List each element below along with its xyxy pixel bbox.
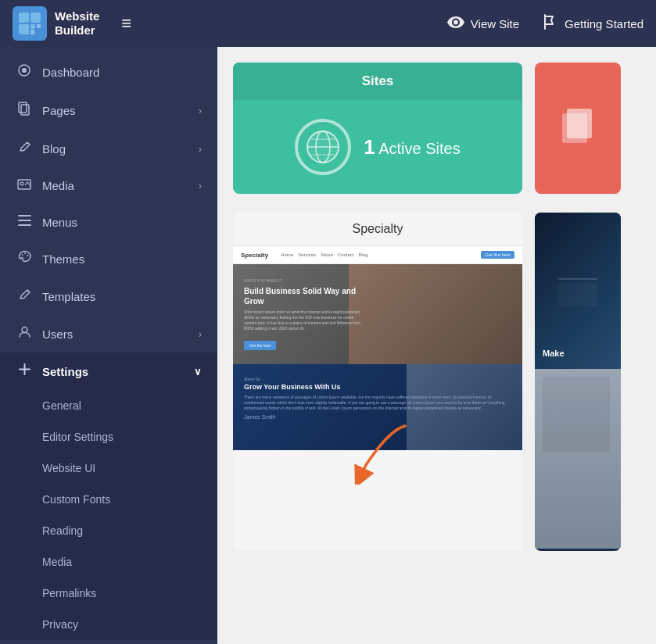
- svg-rect-8: [19, 102, 27, 113]
- pages-stack-icon: [557, 104, 598, 152]
- getting-started-label: Getting Started: [565, 17, 643, 30]
- hamburger-icon[interactable]: ≡: [121, 13, 131, 34]
- main-layout: Dashboard Pages › Blog › Media ›: [0, 47, 656, 644]
- pages-label: Pages: [42, 104, 76, 117]
- blog-label: Blog: [42, 142, 66, 156]
- specialty-template-preview: Specialty HomeServicesAboutContactBlog G…: [233, 246, 522, 551]
- globe-icon: [295, 119, 351, 175]
- website-ui-label: Website UI: [42, 462, 95, 474]
- blog-icon: [16, 140, 33, 157]
- sidebar-item-menus[interactable]: Menus: [0, 204, 217, 240]
- svg-rect-32: [543, 377, 610, 452]
- sidebar-item-users[interactable]: Users ›: [0, 315, 217, 352]
- svg-point-18: [22, 327, 27, 333]
- sites-card-body: 1 Active Sites: [233, 100, 522, 194]
- svg-point-17: [27, 255, 28, 256]
- svg-rect-10: [18, 180, 30, 189]
- sidebar-item-media[interactable]: Media ›: [0, 167, 217, 204]
- users-label: Users: [42, 327, 73, 341]
- settings-subitem-reading[interactable]: Reading: [0, 515, 217, 546]
- dashboard-label: Dashboard: [42, 66, 99, 79]
- getting-started-link[interactable]: Getting Started: [541, 13, 643, 34]
- themes-icon: [16, 250, 33, 267]
- menus-label: Menus: [42, 216, 77, 229]
- general-label: General: [42, 399, 81, 412]
- privacy-label: Privacy: [42, 618, 78, 631]
- pages-icon: [16, 102, 33, 120]
- settings-subitem-custom-fonts[interactable]: Custom Fonts: [0, 484, 217, 515]
- sidebar-item-settings[interactable]: Settings ∨: [0, 352, 217, 390]
- dashboard-icon: [16, 63, 33, 81]
- svg-rect-9: [21, 105, 29, 115]
- settings-subitem-media[interactable]: Media: [0, 546, 217, 578]
- nav-actions: View Site Getting Started: [447, 13, 643, 34]
- pages-chevron: ›: [199, 105, 202, 116]
- spec-hero-image: [349, 264, 522, 364]
- logo-icon: [13, 6, 47, 41]
- sites-count: 1 Active Sites: [364, 135, 460, 159]
- spec-nav-btn: Get the best: [481, 251, 514, 259]
- permalinks-label: Permalinks: [42, 587, 96, 599]
- settings-label: Settings: [42, 365, 88, 378]
- svg-rect-2: [19, 24, 29, 34]
- view-site-link[interactable]: View Site: [447, 16, 519, 32]
- spec-hero: WHEN YOU MAKE IT Build Business Solid Wa…: [233, 264, 522, 364]
- logo-area: Website Builder: [13, 6, 99, 41]
- svg-rect-13: [18, 220, 31, 221]
- settings-subitem-permalinks[interactable]: Permalinks: [0, 578, 217, 609]
- flag-icon: [541, 13, 558, 34]
- spec-hero-cta: Get the best: [244, 341, 276, 350]
- sites-card-title: Sites: [233, 63, 522, 100]
- svg-rect-31: [558, 283, 597, 306]
- svg-rect-5: [30, 30, 34, 34]
- main-content: Sites 1 A: [217, 47, 656, 644]
- svg-rect-3: [30, 24, 35, 29]
- settings-submenu: General Editor Settings Website UI Custo…: [0, 390, 217, 640]
- settings-subitem-privacy[interactable]: Privacy: [0, 609, 217, 640]
- specialty-template-card[interactable]: Specialty Specialty HomeServicesAboutCon…: [233, 213, 522, 551]
- svg-point-16: [24, 252, 26, 254]
- spec-about-label: About Us: [244, 377, 511, 381]
- templates-row: Specialty Specialty HomeServicesAboutCon…: [233, 213, 640, 551]
- settings-subitem-editor[interactable]: Editor Settings: [0, 421, 217, 453]
- spec-about-title: Grow Your Business With Us: [244, 383, 511, 392]
- spec-hero-text: WHEN YOU MAKE IT Build Business Solid Wa…: [244, 278, 364, 350]
- media-chevron: ›: [199, 180, 202, 191]
- spec-hero-label: WHEN YOU MAKE IT: [244, 278, 364, 283]
- menus-icon: [16, 214, 33, 230]
- custom-fonts-label: Custom Fonts: [42, 493, 110, 506]
- svg-point-26: [307, 131, 339, 163]
- svg-rect-0: [19, 13, 29, 23]
- settings-subitem-website-ui[interactable]: Website UI: [0, 453, 217, 484]
- themes-label: Themes: [42, 252, 84, 266]
- svg-point-7: [22, 68, 27, 73]
- spec-about: About Us Grow Your Business With Us Ther…: [233, 364, 522, 450]
- settings-chevron: ∨: [194, 366, 202, 377]
- spec-nav-links: HomeServicesAboutContactBlog: [281, 252, 367, 257]
- spec-about-desc: There are many variations of passages of…: [244, 395, 511, 411]
- top-navigation: Website Builder ≡ View Site Getting Star…: [0, 0, 656, 47]
- sidebar-item-blog[interactable]: Blog ›: [0, 130, 217, 167]
- pages-card[interactable]: [535, 63, 621, 194]
- spec-nav: Specialty HomeServicesAboutContactBlog G…: [233, 246, 522, 264]
- second-template-card[interactable]: Make: [535, 213, 621, 551]
- blog-chevron: ›: [199, 143, 202, 155]
- settings-subitem-general[interactable]: General: [0, 390, 217, 421]
- svg-rect-20: [19, 369, 30, 370]
- spec-nav-logo: Specialty: [241, 252, 268, 259]
- svg-rect-14: [18, 224, 31, 226]
- svg-point-11: [20, 182, 23, 185]
- sites-card[interactable]: Sites 1 A: [233, 63, 522, 194]
- settings-icon: [16, 363, 33, 380]
- svg-rect-1: [30, 13, 41, 23]
- media-label: Media: [42, 179, 74, 192]
- templates-label: Templates: [42, 290, 95, 303]
- sidebar-item-themes[interactable]: Themes: [0, 240, 217, 277]
- sidebar-item-dashboard[interactable]: Dashboard: [0, 53, 217, 91]
- reading-label: Reading: [42, 524, 83, 537]
- sidebar-item-pages[interactable]: Pages ›: [0, 91, 217, 130]
- logo-text: Website Builder: [55, 9, 99, 38]
- sidebar-item-templates[interactable]: Templates: [0, 277, 217, 315]
- stats-cards-row: Sites 1 A: [233, 63, 640, 194]
- svg-rect-28: [567, 109, 592, 138]
